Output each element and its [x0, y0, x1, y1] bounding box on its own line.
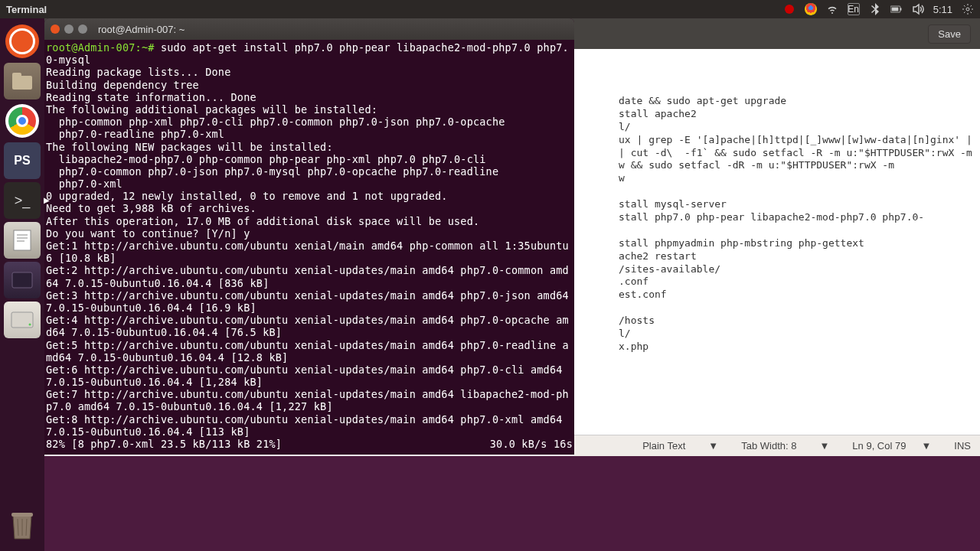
insert-mode: INS [954, 440, 971, 452]
save-button[interactable]: Save [928, 24, 971, 44]
dash-icon[interactable] [4, 23, 41, 60]
svg-rect-10 [12, 272, 32, 288]
close-icon[interactable] [51, 24, 60, 34]
gedit-text-area[interactable]: date && sudo apt-get upgrade stall apach… [619, 95, 972, 354]
svg-point-3 [966, 8, 969, 11]
gedit-launcher-icon[interactable] [4, 222, 41, 259]
svg-rect-6 [14, 230, 31, 250]
gear-icon[interactable] [962, 3, 974, 15]
terminal-output[interactable]: root@Admin-007:~# sudo apt-get install p… [44, 40, 574, 452]
svg-rect-1 [900, 8, 901, 10]
terminal-launcher-icon[interactable]: >_▶ [4, 182, 41, 219]
dropdown-icon: ▼ [921, 440, 931, 452]
maximize-icon[interactable] [78, 24, 87, 34]
chrome-launcher-icon[interactable] [4, 103, 41, 139]
record-icon[interactable] [783, 3, 795, 15]
syntax-selector[interactable]: Plain Text [642, 440, 685, 452]
wifi-icon[interactable] [826, 3, 838, 15]
launcher: PS >_▶ [0, 18, 44, 551]
terminal-titlebar[interactable]: root@Admin-007: ~ [44, 18, 574, 40]
cursor-position: Ln 9, Col 79 [852, 440, 906, 452]
svg-rect-5 [12, 73, 21, 79]
terminal-window: root@Admin-007: ~ root@Admin-007:~# sudo… [44, 18, 574, 455]
dropdown-icon: ▼ [819, 440, 829, 452]
menubar-app-title: Terminal [6, 4, 47, 15]
bluetooth-icon[interactable] [869, 3, 881, 15]
chrome-icon[interactable] [805, 3, 817, 15]
menubar: Terminal En 5:11 [0, 0, 980, 18]
phpstorm-icon[interactable]: PS [4, 142, 41, 179]
dropdown-icon: ▼ [708, 440, 718, 452]
battery-icon[interactable] [890, 3, 903, 15]
trash-icon[interactable] [4, 507, 41, 543]
terminal-title: root@Admin-007: ~ [98, 24, 185, 35]
svg-rect-2 [891, 8, 898, 11]
active-indicator-icon: ▶ [44, 196, 50, 204]
clock[interactable]: 5:11 [933, 4, 952, 15]
minimize-icon[interactable] [64, 24, 74, 34]
svg-point-12 [29, 324, 31, 326]
files-icon[interactable] [4, 63, 41, 99]
menubar-indicators: En 5:11 [783, 3, 974, 15]
tab-width-selector[interactable]: Tab Width: 8 [741, 440, 796, 452]
screenshot-icon[interactable] [4, 262, 41, 298]
svg-rect-13 [11, 513, 33, 517]
volume-icon[interactable] [912, 3, 924, 15]
disk-icon[interactable] [4, 302, 41, 338]
language-indicator[interactable]: En [848, 3, 860, 15]
